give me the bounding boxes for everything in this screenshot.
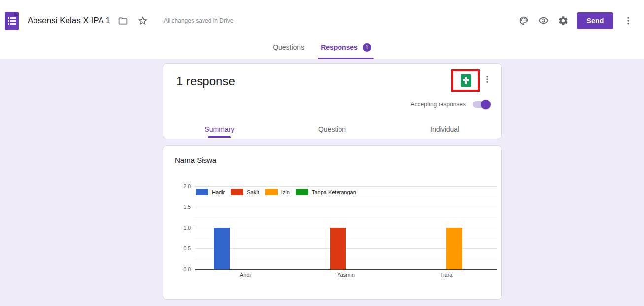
legend-label: Hadir	[212, 189, 225, 195]
response-count-heading: 1 response	[176, 74, 235, 88]
move-to-folder-button[interactable]	[113, 11, 133, 31]
x-axis-category-label: Yasmin	[316, 272, 375, 278]
logo-list-row	[8, 20, 16, 22]
legend-item: Izin	[265, 189, 290, 195]
kebab-menu-icon	[623, 16, 633, 26]
chart-bar-sakit	[330, 228, 346, 269]
app-header: Absensi Kelas X IPA 1 All changes saved …	[0, 0, 644, 59]
legend-swatch	[296, 189, 308, 195]
star-button[interactable]	[133, 11, 153, 31]
legend-label: Izin	[281, 189, 290, 195]
header-more-options-button[interactable]	[620, 11, 636, 31]
y-axis-tick-label: 2.0	[169, 183, 191, 189]
form-tabs: Questions Responses 1	[0, 41, 644, 59]
header-toolbar: Absensi Kelas X IPA 1 All changes saved …	[0, 0, 644, 41]
google-forms-logo-icon[interactable]	[5, 12, 19, 30]
legend-swatch	[265, 189, 278, 195]
y-axis-tick-label: 0.5	[169, 245, 191, 251]
annotation-highlight-box	[451, 69, 480, 92]
y-axis-tick-label: 1.5	[169, 204, 191, 210]
logo-list-row	[8, 23, 16, 25]
legend-label: Tanpa Keterangan	[312, 189, 356, 195]
responses-summary-card: 1 response Accepting responses	[163, 63, 502, 139]
x-axis-category-label: Andi	[216, 272, 275, 278]
legend-swatch	[231, 189, 243, 195]
tab-responses-label: Responses	[321, 43, 358, 51]
question-chart-card: Nama Siswa 0.00.51.01.52.0AndiYasminTiar…	[163, 145, 502, 300]
y-axis-tick-label: 0.0	[169, 266, 191, 272]
legend-label: Sakit	[247, 189, 259, 195]
google-forms-responses-page: Absensi Kelas X IPA 1 All changes saved …	[0, 0, 644, 300]
form-title[interactable]: Absensi Kelas X IPA 1	[28, 16, 110, 26]
responses-more-options-button[interactable]	[480, 72, 494, 86]
gridline-minor	[195, 217, 497, 218]
gridline-minor	[195, 197, 497, 197]
subtab-question[interactable]: Question	[276, 119, 389, 139]
y-axis-tick-label: 1.0	[169, 225, 191, 231]
subtab-summary-label: Summary	[204, 125, 234, 133]
chart-bar-izin	[446, 228, 462, 269]
chart-legend: HadirSakitIzinTanpa Keterangan	[196, 189, 362, 195]
logo-list-row	[8, 17, 16, 19]
tab-questions[interactable]: Questions	[272, 41, 305, 59]
gridline-major	[195, 207, 497, 207]
gridline-major	[195, 186, 497, 187]
responses-count-badge: 1	[363, 43, 371, 52]
bar-chart: 0.00.51.01.52.0AndiYasminTiaraHadirSakit…	[163, 146, 501, 299]
legend-item: Hadir	[196, 189, 225, 195]
legend-swatch	[196, 189, 208, 195]
subtab-summary[interactable]: Summary	[163, 119, 276, 139]
x-axis-baseline	[195, 269, 497, 270]
customize-theme-button[interactable]	[514, 11, 534, 31]
subtab-individual[interactable]: Individual	[388, 119, 501, 139]
response-view-subtabs: Summary Question Individual	[163, 119, 501, 139]
logo-fold	[14, 12, 19, 16]
accepting-responses-toggle[interactable]	[473, 101, 489, 108]
palette-icon	[518, 15, 529, 26]
chart-bar-hadir	[214, 228, 230, 269]
legend-item: Sakit	[231, 189, 259, 195]
tab-questions-label: Questions	[273, 43, 304, 51]
view-responses-in-sheets-button[interactable]	[459, 72, 473, 89]
responses-content: 1 response Accepting responses	[0, 63, 644, 300]
preview-button[interactable]	[534, 11, 553, 31]
subtab-question-label: Question	[318, 125, 346, 133]
kebab-menu-icon	[483, 75, 492, 84]
settings-button[interactable]	[553, 11, 573, 31]
star-icon	[137, 15, 148, 26]
google-sheets-icon	[461, 74, 471, 87]
subtab-individual-label: Individual	[430, 125, 459, 133]
accepting-responses-label: Accepting responses	[411, 101, 466, 108]
tab-responses[interactable]: Responses 1	[320, 41, 372, 59]
gear-icon	[558, 15, 569, 26]
toggle-knob	[481, 100, 491, 109]
eye-icon	[538, 15, 549, 26]
x-axis-category-label: Tiara	[417, 272, 476, 278]
folder-icon	[118, 16, 128, 26]
send-button[interactable]: Send	[577, 12, 613, 29]
save-status: All changes saved in Drive	[164, 17, 233, 24]
accepting-responses-row: Accepting responses	[411, 101, 489, 108]
legend-item: Tanpa Keterangan	[296, 189, 356, 195]
